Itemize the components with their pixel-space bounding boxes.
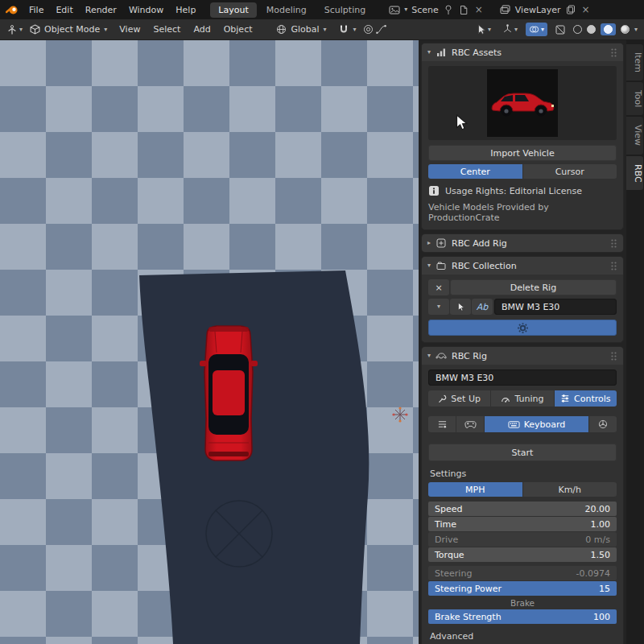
workspace-tab-modeling[interactable]: Modeling: [258, 2, 315, 18]
rig-dropdown-button[interactable]: ▾: [428, 299, 449, 315]
blender-logo-icon[interactable]: [5, 4, 19, 15]
close-icon[interactable]: ×: [473, 4, 485, 15]
delete-rig-button[interactable]: Delete Rig: [450, 279, 617, 295]
sidebar-tab-rbc[interactable]: RBC: [626, 156, 643, 191]
gear-icon: [517, 322, 529, 334]
select-rig-icon[interactable]: [450, 299, 471, 315]
input-gamepad-icon[interactable]: [456, 416, 484, 432]
placement-toggle: Center Cursor: [428, 164, 617, 179]
collection-icon: [436, 260, 447, 271]
workspace-tab-sculpting[interactable]: Sculpting: [316, 2, 374, 18]
shading-material-icon[interactable]: [601, 23, 616, 35]
font-data-icon[interactable]: Ab: [472, 299, 493, 315]
import-vehicle-label: Import Vehicle: [490, 148, 554, 159]
torque-field[interactable]: Torque 1.50: [428, 547, 617, 562]
rig-settings-button[interactable]: [428, 320, 617, 336]
scene-browse-icon[interactable]: [389, 4, 400, 15]
panel-header-rbc-add-rig[interactable]: ▸ RBC Add Rig: [422, 234, 623, 252]
chevron-right-icon: ▸: [427, 240, 431, 246]
remove-icon[interactable]: ×: [428, 279, 449, 295]
drag-grip-icon[interactable]: [610, 238, 617, 249]
info-icon: [428, 185, 440, 196]
scene-name[interactable]: Scene: [411, 5, 439, 15]
viewlayer-icon[interactable]: [500, 4, 511, 15]
menu-window[interactable]: Window: [123, 2, 169, 18]
input-presets-icon[interactable]: [428, 416, 456, 432]
viewlayer-name[interactable]: ViewLayer: [515, 5, 561, 15]
units-toggle: MPH Km/h: [428, 482, 617, 497]
menu-render[interactable]: Render: [80, 2, 122, 18]
rig-name-field[interactable]: BMW M3 E30: [494, 299, 617, 315]
sidebar-tab-item[interactable]: Item: [626, 44, 643, 80]
brake-label: Brake: [428, 598, 617, 608]
shading-rendered-icon[interactable]: [621, 25, 630, 34]
mode-label: Object Mode: [44, 24, 100, 35]
menu-edit[interactable]: Edit: [50, 2, 78, 18]
vehicle-name-field[interactable]: BMW M3 E30: [428, 369, 617, 386]
brake-strength-slider[interactable]: Brake Strength 100: [428, 609, 617, 624]
overlays-toggle-icon[interactable]: ▾: [526, 23, 547, 36]
orientation-label: Global: [291, 24, 320, 35]
menu-select[interactable]: Select: [147, 22, 186, 37]
xray-toggle-icon[interactable]: [552, 23, 568, 36]
units-mph-button[interactable]: MPH: [428, 482, 522, 497]
remove-glyph: ×: [435, 283, 442, 293]
mode-dropdown[interactable]: Object Mode ▾: [24, 23, 112, 37]
drag-grip-icon[interactable]: [610, 351, 617, 361]
field-label: Brake Strength: [435, 612, 502, 622]
falloff-curve-icon[interactable]: [376, 24, 387, 35]
steering-power-slider[interactable]: Steering Power 15: [428, 581, 617, 596]
menu-add[interactable]: Add: [188, 22, 216, 37]
vehicle-name-value: BMW M3 E30: [436, 373, 493, 383]
workspace-tab-layout[interactable]: Layout: [210, 2, 256, 18]
placement-cursor-button[interactable]: Cursor: [523, 164, 617, 179]
time-field[interactable]: Time 1.00: [428, 517, 617, 531]
tab-tuning[interactable]: Tuning: [491, 390, 553, 407]
input-keyboard-button[interactable]: Keyboard: [485, 416, 588, 432]
placement-center-button[interactable]: Center: [428, 164, 522, 179]
sidebar-tab-view[interactable]: View: [626, 117, 643, 154]
usage-rights-text: Usage Rights: Editorial License: [445, 186, 582, 196]
sidebar: ▾ RBC Assets: [419, 40, 626, 644]
panel-header-rbc-assets[interactable]: ▾ RBC Assets: [422, 43, 623, 61]
shading-solid-icon[interactable]: [587, 25, 596, 34]
field-value: 1.50: [591, 550, 611, 560]
chevron-down-icon: ▾: [19, 27, 23, 33]
snap-dropdown[interactable]: ▾: [333, 23, 361, 37]
menu-object[interactable]: Object: [218, 22, 258, 37]
menu-help[interactable]: Help: [170, 2, 201, 18]
orientation-dropdown[interactable]: Global ▾: [271, 23, 332, 37]
import-vehicle-button[interactable]: Import Vehicle: [428, 145, 617, 161]
tab-tuning-label: Tuning: [514, 394, 543, 404]
tab-controls[interactable]: Controls: [555, 390, 617, 407]
scene-selector: ▾ Scene ×: [389, 4, 485, 15]
chevron-down-icon: ▾: [104, 27, 107, 33]
empty-gizmo: [392, 407, 407, 422]
shading-wireframe-icon[interactable]: [573, 25, 582, 34]
select-tool-icon[interactable]: ▾: [473, 23, 494, 36]
keyboard-icon: [508, 420, 520, 429]
panel-header-rbc-rig[interactable]: ▾ RBC Rig: [422, 347, 623, 365]
close-icon[interactable]: ×: [580, 4, 592, 15]
speed-field[interactable]: Speed 20.00: [428, 502, 617, 516]
proportional-edit-icon[interactable]: [363, 24, 374, 35]
chevron-down-icon: ▾: [427, 353, 431, 359]
settings-label: Settings: [430, 469, 617, 479]
sidebar-tab-tool[interactable]: Tool: [626, 82, 643, 115]
drag-grip-icon[interactable]: [610, 47, 617, 58]
input-wheel-icon[interactable]: [589, 416, 617, 432]
panel-header-rbc-collection[interactable]: ▾ RBC Collection: [422, 257, 623, 275]
gizmo-toggle-icon[interactable]: ▾: [499, 23, 521, 36]
pin-icon[interactable]: [443, 4, 454, 15]
menu-view[interactable]: View: [114, 22, 146, 37]
drag-grip-icon[interactable]: [610, 261, 617, 271]
editor-type-icon[interactable]: [6, 24, 18, 35]
credit-text: Vehicle Models Provided by ProductionCra…: [428, 202, 617, 223]
delete-rig-label: Delete Rig: [510, 283, 556, 293]
copy-icon[interactable]: [565, 4, 576, 15]
tab-set-up[interactable]: Set Up: [428, 390, 490, 407]
new-scene-icon[interactable]: [458, 4, 469, 15]
menu-file[interactable]: File: [23, 2, 49, 18]
start-button[interactable]: Start: [428, 444, 617, 461]
units-kmh-button[interactable]: Km/h: [523, 482, 617, 497]
